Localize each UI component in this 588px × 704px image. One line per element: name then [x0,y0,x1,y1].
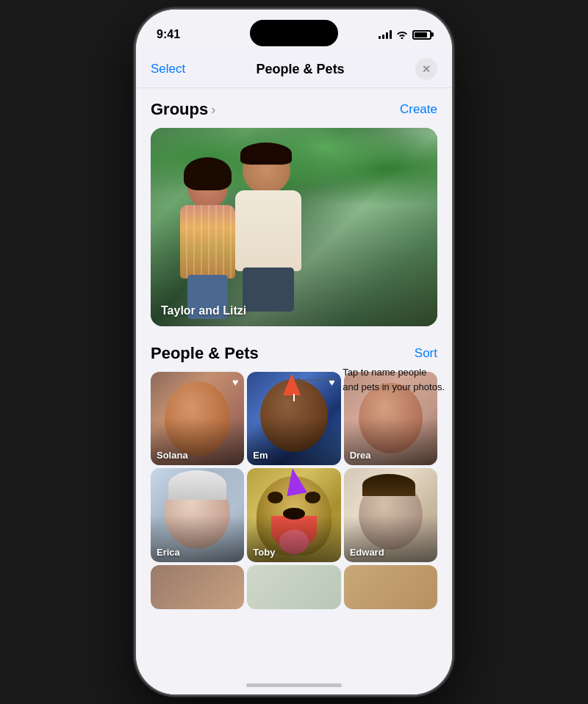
group-label: Taylor and Litzi [161,304,246,317]
screen: Select People & Pets ✕ Groups › Create [136,49,452,694]
partial-tile-2[interactable] [247,565,340,609]
tooltip-text: Tap to name people and pets in your phot… [343,365,445,394]
home-indicator[interactable] [246,683,342,687]
dynamic-island [250,20,338,46]
wifi-icon [396,30,408,39]
groups-title-text: Groups [151,100,208,119]
people-pets-section-header: People & Pets Sort [151,344,437,363]
people-grid: ♥ Solana ♥ Em [151,372,437,562]
status-icons [379,30,431,40]
create-button[interactable]: Create [400,102,437,117]
person-name-erica: Erica [157,547,180,558]
groups-section-header: Groups › Create [151,100,437,119]
partial-tile-3[interactable] [344,565,437,609]
close-button[interactable]: ✕ [415,58,437,80]
svg-point-1 [298,378,300,382]
favorite-icon: ♥ [232,376,238,388]
groups-title: Groups › [151,100,215,119]
person-name-edward: Edward [350,547,384,558]
close-icon: ✕ [422,64,431,74]
tooltip-container: Tap to name people and pets in your phot… [298,365,445,394]
person-name-em: Em [253,450,268,461]
groups-chevron-icon: › [211,102,215,118]
group-card[interactable]: Taylor and Litzi [151,128,437,326]
sort-button[interactable]: Sort [415,346,437,361]
select-button[interactable]: Select [151,62,185,76]
phone-frame: 9:41 Select People & Pets ✕ [136,10,452,694]
people-pets-title: People & Pets [151,344,259,363]
battery-icon [412,30,431,40]
partial-people-row [151,565,437,609]
person-tile-edward[interactable]: Edward [344,468,437,561]
person-name-drea: Drea [350,450,371,461]
status-time: 9:41 [157,28,180,41]
nav-bar: Select People & Pets ✕ [136,49,452,88]
group-card-image [151,128,437,326]
tooltip-line1: Tap to name people [343,367,426,378]
person-tile-erica[interactable]: Erica [151,468,244,561]
person-name-toby: Toby [253,547,275,558]
tooltip-line [298,373,338,387]
signal-icon [379,30,392,39]
person-tile-toby[interactable]: Toby [247,468,340,561]
person-right [232,143,312,304]
page-title: People & Pets [257,62,345,77]
person-name-solana: Solana [157,450,188,461]
tooltip-line2: and pets in your photos. [343,381,445,392]
person-tile-solana[interactable]: ♥ Solana [151,372,244,465]
partial-tile-1[interactable] [151,565,244,609]
